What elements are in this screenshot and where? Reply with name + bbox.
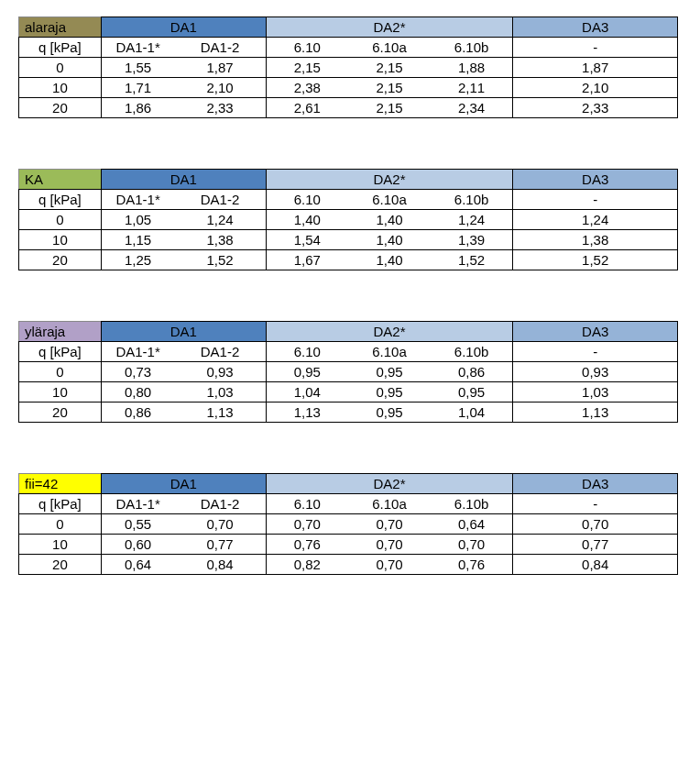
cell-da3: 0,77	[513, 535, 678, 555]
header-610b: 6.10b	[431, 38, 513, 58]
cell-da1-1: 1,25	[101, 250, 174, 270]
header-610a: 6.10a	[348, 494, 431, 514]
table-row: 00,550,700,700,700,640,70	[19, 514, 678, 535]
header-da3-sub: -	[513, 342, 678, 362]
cell-da1-2: 2,10	[174, 78, 266, 98]
cell-610: 0,95	[266, 362, 348, 382]
header-da3-sub: -	[513, 38, 678, 58]
cell-da1-2: 1,03	[174, 382, 266, 403]
header-610b: 6.10b	[431, 342, 513, 362]
header-610a: 6.10a	[348, 38, 431, 58]
header-da3: DA3	[513, 170, 678, 190]
header-610a: 6.10a	[348, 190, 431, 210]
cell-da1-2: 1,87	[174, 58, 266, 78]
header-610b: 6.10b	[431, 494, 513, 514]
cell-610a: 2,15	[348, 98, 431, 118]
corner-label: fii=42	[19, 474, 102, 494]
cell-q: 20	[19, 403, 102, 423]
table-row: 01,051,241,401,401,241,24	[19, 210, 678, 230]
cell-610b: 1,24	[431, 210, 513, 230]
header-da3-sub: -	[513, 190, 678, 210]
header-610: 6.10	[266, 190, 348, 210]
header-610: 6.10	[266, 342, 348, 362]
cell-q: 0	[19, 210, 102, 230]
header-qkpa: q [kPa]	[19, 190, 102, 210]
cell-q: 20	[19, 98, 102, 118]
cell-610: 1,40	[266, 210, 348, 230]
cell-da1-1: 0,86	[101, 403, 174, 423]
cell-da3: 1,13	[513, 403, 678, 423]
cell-da3: 0,93	[513, 362, 678, 382]
cell-da1-2: 0,84	[174, 555, 266, 575]
header-da1: DA1	[101, 170, 266, 190]
header-row-2: q [kPa]DA1-1*DA1-26.106.10a6.10b-	[19, 342, 678, 362]
cell-da1-1: 0,64	[101, 555, 174, 575]
header-da1-1: DA1-1*	[101, 342, 174, 362]
cell-610a: 1,40	[348, 250, 431, 270]
cell-610b: 1,39	[431, 230, 513, 250]
cell-610: 1,67	[266, 250, 348, 270]
header-610: 6.10	[266, 38, 348, 58]
cell-610: 1,04	[266, 382, 348, 403]
header-da1: DA1	[101, 322, 266, 342]
data-table: fii=42DA1DA2*DA3q [kPa]DA1-1*DA1-26.106.…	[18, 473, 678, 575]
cell-da3: 1,24	[513, 210, 678, 230]
cell-610a: 2,15	[348, 78, 431, 98]
cell-610a: 0,70	[348, 514, 431, 535]
cell-610b: 1,52	[431, 250, 513, 270]
cell-q: 10	[19, 230, 102, 250]
cell-610b: 0,76	[431, 555, 513, 575]
header-da3: DA3	[513, 474, 678, 494]
corner-label: yläraja	[19, 322, 102, 342]
cell-610a: 1,40	[348, 210, 431, 230]
cell-q: 0	[19, 58, 102, 78]
header-da1-1: DA1-1*	[101, 190, 174, 210]
cell-610b: 0,95	[431, 382, 513, 403]
header-da1-2: DA1-2	[174, 190, 266, 210]
cell-da1-1: 0,60	[101, 535, 174, 555]
cell-q: 20	[19, 555, 102, 575]
table-row: 100,600,770,760,700,700,77	[19, 535, 678, 555]
cell-da3: 1,52	[513, 250, 678, 270]
cell-da3: 2,10	[513, 78, 678, 98]
cell-da1-2: 1,13	[174, 403, 266, 423]
cell-610b: 2,11	[431, 78, 513, 98]
cell-610b: 0,64	[431, 514, 513, 535]
cell-q: 0	[19, 514, 102, 535]
header-610b: 6.10b	[431, 190, 513, 210]
cell-610: 0,82	[266, 555, 348, 575]
table-row: 200,640,840,820,700,760,84	[19, 555, 678, 575]
cell-610: 0,70	[266, 514, 348, 535]
cell-610a: 0,70	[348, 555, 431, 575]
header-row-1: KADA1DA2*DA3	[19, 170, 678, 190]
cell-q: 0	[19, 362, 102, 382]
cell-610: 1,54	[266, 230, 348, 250]
header-qkpa: q [kPa]	[19, 494, 102, 514]
cell-da3: 1,38	[513, 230, 678, 250]
cell-da1-2: 2,33	[174, 98, 266, 118]
table-row: 00,730,930,950,950,860,93	[19, 362, 678, 382]
header-qkpa: q [kPa]	[19, 38, 102, 58]
data-table: alarajaDA1DA2*DA3q [kPa]DA1-1*DA1-26.106…	[18, 17, 678, 118]
cell-da3: 0,84	[513, 555, 678, 575]
table-row: 01,551,872,152,151,881,87	[19, 58, 678, 78]
cell-610b: 1,88	[431, 58, 513, 78]
cell-da3: 2,33	[513, 98, 678, 118]
corner-label: KA	[19, 170, 102, 190]
cell-da3: 1,03	[513, 382, 678, 403]
cell-610a: 0,95	[348, 382, 431, 403]
header-da2: DA2*	[266, 322, 513, 342]
cell-610a: 0,70	[348, 535, 431, 555]
cell-610: 2,61	[266, 98, 348, 118]
header-da2: DA2*	[266, 17, 513, 38]
table-row: 200,861,131,130,951,041,13	[19, 403, 678, 423]
cell-da1-1: 1,55	[101, 58, 174, 78]
cell-da1-1: 1,05	[101, 210, 174, 230]
cell-da1-2: 0,70	[174, 514, 266, 535]
cell-q: 10	[19, 382, 102, 403]
cell-da1-2: 0,93	[174, 362, 266, 382]
cell-da1-1: 1,71	[101, 78, 174, 98]
header-qkpa: q [kPa]	[19, 342, 102, 362]
header-da1-1: DA1-1*	[101, 494, 174, 514]
tables-container: alarajaDA1DA2*DA3q [kPa]DA1-1*DA1-26.106…	[18, 17, 682, 575]
